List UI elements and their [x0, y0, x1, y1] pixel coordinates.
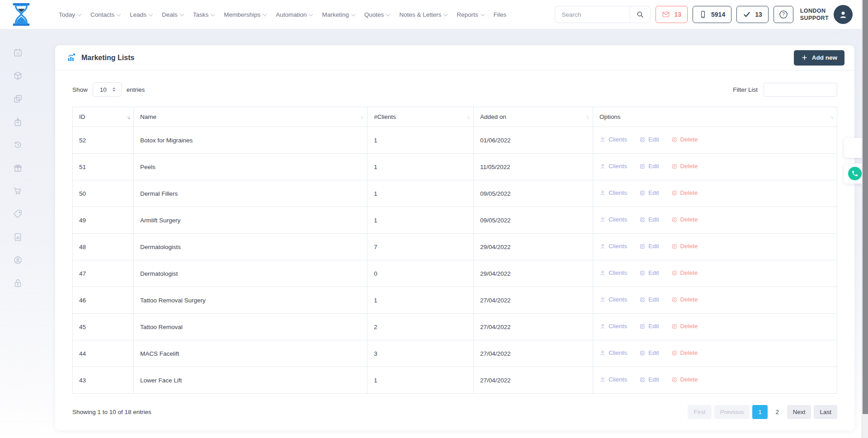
search-input[interactable]: [555, 11, 630, 18]
sidebar-item-history[interactable]: [13, 140, 23, 150]
indicator-check-button[interactable]: 13: [736, 6, 769, 23]
column-header-id[interactable]: ID↑↓: [73, 107, 134, 127]
app-logo-hourglass-icon[interactable]: [11, 3, 32, 26]
edit-link[interactable]: Edit: [639, 163, 659, 170]
page-button-last[interactable]: Last: [814, 405, 837, 419]
clients-link[interactable]: Clients: [599, 189, 627, 196]
edit-icon: [671, 137, 678, 143]
clients-link[interactable]: Clients: [599, 323, 627, 330]
edit-icon: [639, 217, 646, 223]
page-button-previous[interactable]: Previous: [714, 405, 750, 419]
clients-link[interactable]: Clients: [599, 296, 627, 303]
sidebar-item-package[interactable]: [13, 71, 23, 80]
cell-clients: 7: [368, 234, 474, 260]
sidebar-item-cart[interactable]: [13, 186, 23, 196]
delete-link[interactable]: Delete: [671, 243, 698, 250]
delete-link[interactable]: Delete: [671, 323, 698, 330]
add-new-button[interactable]: Add new: [794, 50, 844, 66]
clients-link[interactable]: Clients: [599, 376, 627, 383]
page-button-next[interactable]: Next: [787, 405, 811, 419]
edit-link[interactable]: Edit: [639, 323, 659, 330]
edit-link[interactable]: Edit: [639, 189, 659, 196]
nav-item-deals[interactable]: Deals: [162, 11, 184, 18]
sidebar-item-price-tag[interactable]: [13, 209, 23, 219]
column-header-added-on[interactable]: Added on↑↓: [474, 107, 593, 127]
user-name[interactable]: LONDON SUPPORT: [800, 7, 829, 22]
delete-link[interactable]: Delete: [671, 189, 698, 196]
page-button-1[interactable]: 1: [752, 405, 768, 419]
cell-added: 01/06/2022: [474, 127, 593, 154]
column-header-name[interactable]: Name↑↓: [134, 107, 368, 127]
nav-item-quotes[interactable]: Quotes: [364, 11, 390, 18]
delete-link[interactable]: Delete: [671, 376, 698, 383]
nav-item-contacts[interactable]: Contacts: [90, 11, 120, 18]
page-size-select[interactable]: 10: [93, 82, 122, 97]
user-avatar[interactable]: [834, 5, 853, 24]
cell-name: Tattoo Removal Surgery: [134, 287, 368, 314]
sidebar-item-gift[interactable]: [13, 163, 23, 173]
edit-link[interactable]: Edit: [639, 243, 659, 250]
cell-name: Dermal Fillers: [134, 180, 368, 207]
nav-item-tasks[interactable]: Tasks: [193, 11, 215, 18]
page-button-first[interactable]: First: [688, 405, 711, 419]
nav-item-files[interactable]: Files: [494, 11, 507, 18]
delete-link[interactable]: Delete: [671, 163, 698, 170]
nav-item-label: Memberships: [224, 11, 260, 18]
column-header-options[interactable]: Options↑↓: [593, 107, 837, 127]
edit-link[interactable]: Edit: [639, 136, 659, 143]
link-label: Delete: [680, 136, 698, 143]
user-name-line1: LONDON: [800, 7, 829, 14]
cell-clients: 1: [368, 207, 474, 234]
delete-link[interactable]: Delete: [671, 269, 698, 276]
sidebar-item-report[interactable]: [13, 232, 23, 242]
sidebar-item-copy[interactable]: [13, 94, 23, 104]
help-button[interactable]: ?: [774, 6, 793, 23]
edit-link[interactable]: Edit: [639, 296, 659, 303]
nav-item-leads[interactable]: Leads: [130, 11, 152, 18]
report-icon: [13, 232, 23, 242]
clients-link[interactable]: Clients: [599, 269, 627, 276]
delete-link[interactable]: Delete: [671, 349, 698, 356]
clients-link[interactable]: Clients: [599, 216, 627, 223]
search-button[interactable]: [630, 6, 650, 23]
cell-id: 47: [73, 260, 134, 287]
delete-link[interactable]: Delete: [671, 296, 698, 303]
edit-link[interactable]: Edit: [639, 269, 659, 276]
nav-item-today[interactable]: Today: [59, 11, 81, 18]
sidebar-item-account[interactable]: [13, 255, 23, 265]
nav-item-label: Today: [59, 11, 75, 18]
link-label: Clients: [609, 243, 627, 250]
sidebar-item-bag-receive[interactable]: [13, 117, 23, 127]
edit-link[interactable]: Edit: [639, 376, 659, 383]
scrollbar-thumb[interactable]: [863, 0, 868, 414]
nav-item-label: Leads: [130, 11, 146, 18]
filter-input[interactable]: [764, 83, 837, 97]
filter-label: Filter List: [733, 86, 758, 93]
link-label: Clients: [609, 296, 627, 303]
delete-link[interactable]: Delete: [671, 136, 698, 143]
edit-link[interactable]: Edit: [639, 349, 659, 356]
sidebar-item-calendar[interactable]: 12: [13, 48, 23, 57]
nav-item-notes-letters[interactable]: Notes & Letters: [399, 11, 447, 18]
nav-item-reports[interactable]: Reports: [457, 11, 484, 18]
clients-link[interactable]: Clients: [599, 163, 627, 170]
edit-link[interactable]: Edit: [639, 216, 659, 223]
clients-link[interactable]: Clients: [599, 136, 627, 143]
indicator-mail-button[interactable]: 13: [656, 6, 688, 23]
page-button-2[interactable]: 2: [770, 405, 784, 419]
nav-item-memberships[interactable]: Memberships: [224, 11, 266, 18]
delete-link[interactable]: Delete: [671, 216, 698, 223]
scrollbar-track[interactable]: [862, 0, 868, 438]
copy-icon: [13, 94, 23, 104]
nav-item-automation[interactable]: Automation: [276, 11, 312, 18]
chart-icon: [67, 53, 76, 62]
clients-link[interactable]: Clients: [599, 349, 627, 356]
indicator-mobile-button[interactable]: 5914: [693, 6, 731, 23]
cell-options: ClientsEditDelete: [593, 154, 837, 180]
clients-link[interactable]: Clients: [599, 243, 627, 250]
nav-item-marketing[interactable]: Marketing: [322, 11, 354, 18]
column-label: Options: [599, 113, 621, 120]
link-label: Delete: [680, 269, 698, 276]
column-header-clients[interactable]: #Clients↑↓: [368, 107, 474, 127]
sidebar-item-lock[interactable]: [13, 278, 23, 288]
